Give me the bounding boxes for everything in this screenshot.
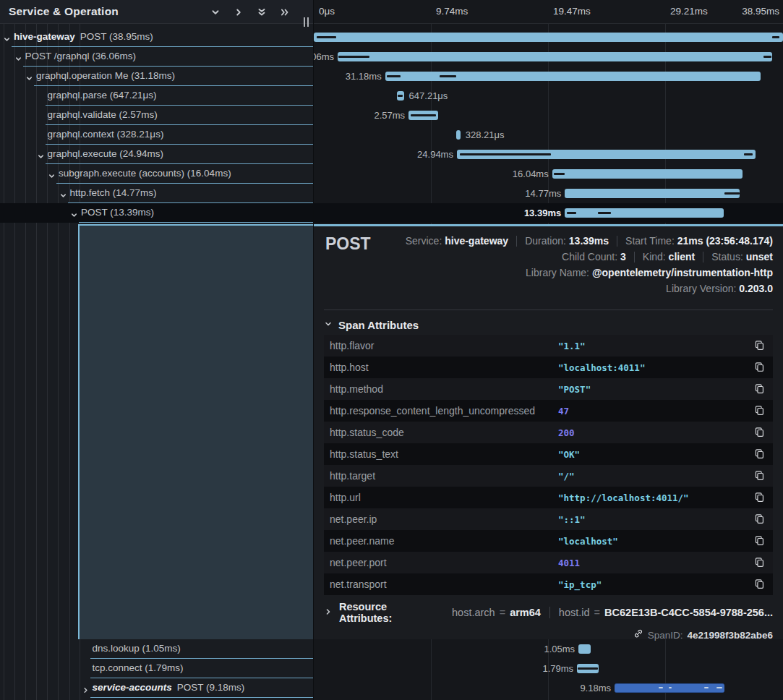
span-tree-row[interactable]: POST (13.39ms): [0, 203, 313, 223]
attribute-key: http.response_content_length_uncompresse…: [330, 405, 558, 417]
copy-icon[interactable]: [754, 427, 766, 438]
timeline-row[interactable]: 36.06ms: [314, 47, 783, 67]
timeline-row[interactable]: 1.79ms: [314, 659, 783, 678]
resource-attributes-preview: host.arch=arm64host.id=BC62E13B-C4CC-585…: [440, 607, 773, 618]
span-name: dns.lookup (1.05ms): [93, 643, 181, 654]
duration-label: 36.06ms: [314, 51, 334, 62]
span-duration-bar[interactable]: [314, 33, 783, 42]
attribute-value: 200: [558, 427, 754, 438]
copy-icon[interactable]: [754, 405, 766, 417]
span-duration-bar[interactable]: [578, 644, 591, 654]
attribute-key: http.status_text: [330, 448, 558, 460]
attribute-row: http.url"http://localhost:4011/": [324, 487, 773, 508]
metadata-line: Service: hive-gatewayDuration: 13.39msSt…: [406, 233, 773, 249]
resource-attributes-row[interactable]: Resource Attributes: host.arch=arm64host…: [324, 604, 773, 621]
span-tree-row[interactable]: dns.lookup (1.05ms): [0, 639, 313, 659]
chevron-down-icon[interactable]: [3, 33, 11, 41]
selected-span-detail-backdrop: [78, 224, 314, 639]
attribute-value: 4011: [558, 558, 754, 568]
collapse-one-icon[interactable]: [210, 7, 221, 17]
duration-label: 9.18ms: [580, 683, 611, 693]
span-metadata: Service: hive-gatewayDuration: 13.39msSt…: [324, 233, 773, 296]
attribute-value: "1.1": [558, 341, 754, 351]
metadata-item: Status: unset: [711, 251, 773, 262]
span-duration-bar[interactable]: [456, 130, 461, 140]
copy-icon[interactable]: [754, 579, 766, 590]
timeline-row[interactable]: 24.94ms: [314, 145, 783, 164]
attribute-value: "http://localhost:4011/": [558, 492, 754, 503]
chevron-down-icon[interactable]: [14, 53, 22, 61]
span-tree-row[interactable]: graphql.validate (2.57ms): [0, 106, 313, 125]
timeline-row[interactable]: 16.04ms: [314, 164, 783, 184]
timeline-row[interactable]: 38.95ms: [314, 27, 783, 47]
metadata-item: Library Version: 0.203.0: [666, 283, 773, 294]
child-span-mark: [554, 173, 564, 175]
span-tree-row[interactable]: graphql.execute (24.94ms): [0, 145, 313, 164]
attribute-key: http.host: [330, 362, 558, 373]
timeline-row[interactable]: 9.18ms: [314, 678, 783, 698]
span-tree-row[interactable]: graphql.context (328.21μs): [0, 125, 313, 145]
span-duration-bar[interactable]: [565, 208, 724, 218]
attribute-key: net.peer.port: [330, 557, 558, 568]
timeline-row[interactable]: 1.05ms: [314, 639, 783, 659]
span-duration-bar[interactable]: [565, 189, 740, 198]
attribute-value: "::1": [558, 514, 754, 525]
timeline-row[interactable]: 328.21μs: [314, 125, 783, 145]
duration-label: 24.94ms: [417, 149, 453, 160]
span-attributes-section-header[interactable]: Span Attributes: [324, 317, 773, 333]
chevron-right-icon[interactable]: [82, 684, 90, 692]
resource-attribute-pair: host.id=BC62E13B-C4CC-5854-9788-256...: [559, 607, 773, 618]
copy-icon[interactable]: [754, 470, 766, 482]
attribute-row: http.status_text"OK": [324, 443, 773, 465]
attribute-value: "localhost": [558, 536, 754, 547]
copy-icon[interactable]: [754, 448, 766, 460]
span-duration-bar[interactable]: [552, 169, 743, 179]
span-tree-row[interactable]: graphql.parse (647.21μs): [0, 86, 313, 106]
copy-icon[interactable]: [754, 362, 766, 373]
copy-icon[interactable]: [754, 383, 766, 395]
copy-icon[interactable]: [754, 340, 766, 351]
chevron-down-icon[interactable]: [59, 189, 67, 197]
span-title: POST: [325, 234, 371, 254]
span-name: subgraph.execute (accounts) (16.04ms): [59, 168, 231, 179]
timeline-row[interactable]: 31.18ms: [314, 67, 783, 86]
span-tree-row[interactable]: hive-gatewayPOST (38.95ms): [0, 27, 313, 47]
expand-all-icon[interactable]: [279, 7, 290, 17]
timeline-row[interactable]: 647.21μs: [314, 86, 783, 106]
chevron-down-icon[interactable]: [25, 72, 33, 80]
timeline-row[interactable]: 13.39ms: [314, 203, 783, 223]
timeline-tick: 9.74ms: [436, 6, 468, 17]
resource-attribute-pair: host.arch=arm64: [452, 607, 541, 618]
expand-one-icon[interactable]: [233, 7, 244, 17]
copy-icon[interactable]: [754, 535, 766, 547]
pane-divider: [313, 0, 314, 700]
divider: [324, 310, 773, 310]
timeline-row[interactable]: 2.57ms: [314, 106, 783, 125]
span-tree-row[interactable]: graphql.operation Me (31.18ms): [0, 67, 313, 86]
span-detail-panel: POST Service: hive-gatewayDuration: 13.3…: [314, 224, 783, 639]
chevron-down-icon[interactable]: [37, 150, 45, 158]
copy-icon[interactable]: [754, 513, 766, 525]
copy-icon[interactable]: [754, 557, 766, 568]
span-tree-row[interactable]: tcp.connect (1.79ms): [0, 659, 313, 678]
span-duration-bar[interactable]: [338, 52, 772, 61]
child-span-mark: [567, 212, 576, 214]
child-span-mark: [598, 212, 612, 214]
chevron-down-icon[interactable]: [48, 170, 56, 178]
span-tree-row[interactable]: service-accountsPOST (9.18ms): [0, 678, 313, 698]
span-tree-row[interactable]: http.fetch (14.77ms): [0, 184, 313, 203]
trace-viewer: Service & Operation 0μs9.74ms19.47ms29.2…: [0, 0, 783, 700]
child-span-mark: [659, 687, 663, 688]
duration-label: 16.04ms: [513, 168, 549, 179]
copy-icon[interactable]: [754, 492, 766, 503]
child-span-mark: [387, 75, 401, 77]
link-icon[interactable]: [633, 628, 643, 641]
attribute-row: net.peer.ip"::1": [324, 508, 773, 530]
span-tree-row[interactable]: subgraph.execute (accounts) (16.04ms): [0, 164, 313, 184]
chevron-down-icon[interactable]: [70, 209, 78, 217]
span-tree-row[interactable]: POST /graphql (36.06ms): [0, 47, 313, 67]
collapse-all-icon[interactable]: [256, 7, 267, 17]
panel-resize-handle[interactable]: [304, 17, 309, 27]
timeline-row[interactable]: 14.77ms: [314, 184, 783, 203]
attribute-row: net.peer.name"localhost": [324, 530, 773, 552]
